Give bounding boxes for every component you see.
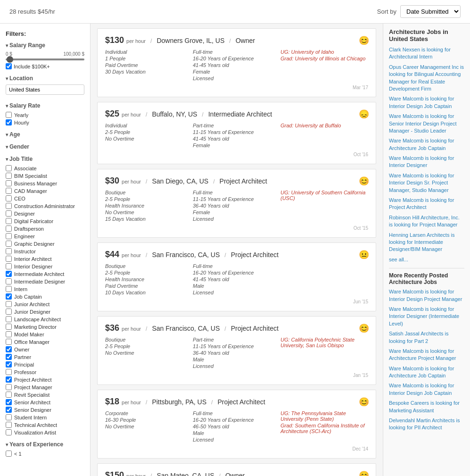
job-title-checkbox[interactable] (6, 293, 12, 300)
job-title-filter-title[interactable]: Job Title (6, 156, 84, 162)
salary-range-title[interactable]: Salary Range (6, 42, 84, 49)
job-title-checkbox[interactable] (6, 346, 12, 352)
job-col-item: Licensed (193, 363, 280, 369)
job-type: Project Architect (220, 177, 267, 185)
salary-rate-title[interactable]: Salary Rate (6, 102, 84, 109)
years-experience-title[interactable]: Years of Experience (6, 441, 84, 448)
gender-title[interactable]: Gender (6, 143, 84, 150)
job-title-checkbox[interactable] (6, 210, 12, 217)
more-job-link[interactable]: Delvendahl Martin Architects is looking … (389, 417, 464, 432)
job-card-header: $36 per hour/San Francisco, CA, US/Proje… (105, 323, 368, 333)
job-title-checkbox[interactable] (6, 339, 12, 345)
job-title-checkbox[interactable] (6, 376, 12, 383)
job-title-checkbox[interactable] (6, 369, 12, 375)
include-100k-input[interactable] (6, 63, 12, 69)
more-job-link[interactable]: Ware Malcomb is looking for Architecture… (389, 365, 464, 380)
job-card[interactable]: 😊$30 per hour/San Diego, CA, US/Project … (97, 169, 376, 238)
job-title-checkbox[interactable] (6, 195, 12, 201)
age-title[interactable]: Age (6, 131, 84, 138)
job-title-checkbox[interactable] (6, 301, 12, 307)
job-title-checkbox[interactable] (6, 392, 12, 398)
job-col-2: Full-time16-20 Years of Experience41-45 … (193, 263, 280, 296)
arch-jobs-links: Clark Nexsen is looking for Architectura… (389, 46, 464, 253)
arch-job-link[interactable]: Henning Larsen Architects is looking for… (389, 232, 464, 253)
more-job-link[interactable]: Bespoke Careers is looking for Marketing… (389, 400, 464, 414)
job-title-checkbox[interactable] (6, 384, 12, 390)
arch-job-link[interactable]: Opus Career Management Inc is looking fo… (389, 64, 464, 93)
job-title-checkbox[interactable] (6, 256, 12, 262)
job-card[interactable]: 😊$36 per hour/San Francisco, CA, US/Proj… (97, 316, 376, 385)
job-title-checkbox[interactable] (6, 271, 12, 277)
job-date: Jan '15 (105, 373, 368, 378)
sort-select[interactable]: Date SubmittedSalaryRelevance (400, 5, 461, 18)
job-card[interactable]: 😐$44 per hour/San Francisco, CA, US/Proj… (97, 242, 376, 311)
job-title-checkbox[interactable] (6, 278, 12, 284)
job-title-checkbox[interactable] (6, 316, 12, 322)
see-all-link[interactable]: see all... (389, 256, 464, 263)
more-job-link[interactable]: Ware Malcomb is looking for Interior Des… (389, 306, 464, 327)
more-job-link[interactable]: Ware Malcomb is looking for Architecture… (389, 348, 464, 362)
job-title-checkbox[interactable] (6, 286, 12, 292)
job-title-checkbox[interactable] (6, 248, 12, 254)
job-title-checkbox[interactable] (6, 399, 12, 405)
range-thumb[interactable] (7, 56, 13, 63)
arch-job-link[interactable]: Ware Malcomb is looking for Interior Des… (389, 95, 464, 110)
job-smiley: 😊 (359, 323, 369, 334)
job-col-item: Health Insurance (105, 276, 193, 282)
more-job-link[interactable]: Ware Malcomb is looking for Interior Des… (389, 382, 464, 397)
job-details: Boutique2-5 PeopleHealth InsuranceNo Ove… (105, 190, 368, 223)
job-col-1: Individual1 PeoplePaid Overtime30 Days V… (105, 49, 193, 82)
job-title-checkbox[interactable] (6, 414, 12, 420)
salary-range-slider[interactable] (6, 58, 84, 60)
job-title-checkbox[interactable] (6, 324, 12, 330)
job-col-item: Individual (105, 49, 193, 55)
job-col-item: Corporate (105, 410, 193, 416)
job-title-checkbox[interactable] (6, 407, 12, 413)
job-card[interactable]: 😊$150 per hour/San Mateo, CA, US/OwnerIn… (97, 463, 376, 476)
job-title-checkbox[interactable] (6, 165, 12, 171)
yearly-checkbox[interactable] (6, 112, 12, 118)
job-title-item: CAD Manager (6, 188, 84, 194)
job-title-checkbox[interactable] (6, 225, 12, 232)
job-col-1: Individual2-5 PeopleNo Overtime (105, 123, 193, 149)
arch-job-link[interactable]: Ware Malcomb is looking for Interior Des… (389, 155, 464, 169)
job-title-checkbox[interactable] (6, 361, 12, 367)
job-col-2: Part-time11-15 Years of Experience36-40 … (193, 337, 280, 370)
job-title-checkbox[interactable] (6, 218, 12, 224)
job-title-checkbox[interactable] (6, 173, 12, 179)
job-card[interactable]: 😊$130 per hour/Downers Grove, IL, US/Own… (97, 28, 376, 97)
job-title-checkbox[interactable] (6, 263, 12, 269)
job-ug: UG: California Polytechnic State Univers… (280, 337, 368, 348)
job-title-checkbox[interactable] (6, 188, 12, 194)
job-title-checkbox[interactable] (6, 203, 12, 209)
salary-max: 100,000 $ (64, 51, 85, 57)
job-title-checkbox[interactable] (6, 354, 12, 360)
job-title-checkbox[interactable] (6, 233, 12, 239)
arch-job-link[interactable]: Robinson Hill Architecture, Inc. is look… (389, 214, 464, 229)
job-card[interactable]: 😊$18 per hour/Pittsburgh, PA, US/Project… (97, 390, 376, 459)
yoe-less-1-checkbox[interactable] (6, 451, 12, 457)
job-title-checkbox[interactable] (6, 180, 12, 186)
hourly-checkbox[interactable] (6, 119, 12, 125)
more-job-link[interactable]: Satish Jassal Architects is looking for … (389, 330, 464, 345)
job-title-checkbox[interactable] (6, 241, 12, 247)
job-title-checkbox[interactable] (6, 422, 12, 428)
yearly-label: Yearly (14, 112, 28, 118)
job-title-checkbox-label: Business Manager (14, 181, 57, 186)
job-title-checkbox[interactable] (6, 309, 12, 315)
job-card[interactable]: 😞$25 per hour/Buffalo, NY, US/Intermedia… (97, 102, 376, 164)
job-separator: / (146, 178, 147, 185)
arch-job-link[interactable]: Clark Nexsen is looking for Architectura… (389, 46, 464, 61)
job-col-item: Part-time (193, 123, 280, 128)
arch-job-link[interactable]: Ware Malcomb is looking for Project Arch… (389, 197, 464, 211)
job-title-checkbox[interactable] (6, 429, 12, 435)
arch-job-link[interactable]: Ware Malcomb is looking for Senior Inter… (389, 113, 464, 134)
more-job-link[interactable]: Ware Malcomb is looking for Interior Des… (389, 288, 464, 303)
location-input[interactable] (6, 84, 84, 95)
arch-job-link[interactable]: Ware Malcomb is looking for Architecture… (389, 137, 464, 152)
location-title[interactable]: Location (6, 75, 84, 82)
include-100k-checkbox[interactable]: Include $100K+ (6, 63, 84, 69)
job-title-checkbox[interactable] (6, 331, 12, 337)
center-content: 😊$130 per hour/Downers Grove, IL, US/Own… (91, 24, 383, 476)
arch-job-link[interactable]: Ware Malcomb is looking for Interior Des… (389, 172, 464, 194)
